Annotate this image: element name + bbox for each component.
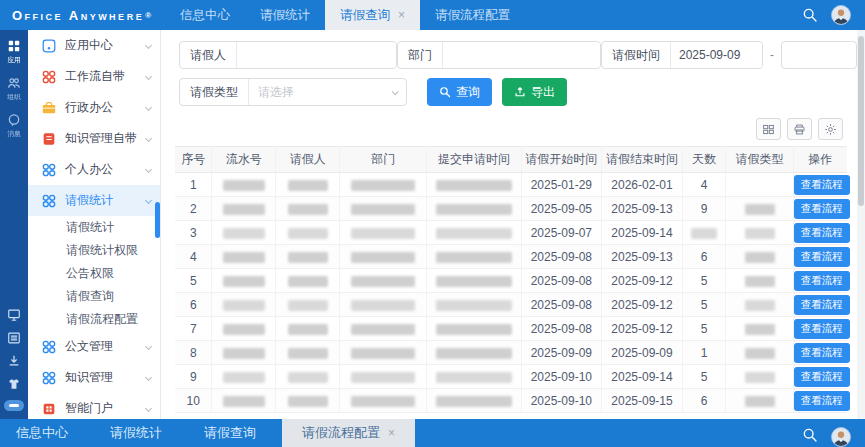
view-flow-button[interactable]: 查看流程: [794, 343, 850, 363]
cell-serial: [212, 365, 276, 389]
search-icon[interactable]: [802, 427, 818, 443]
redacted-value: [745, 276, 775, 287]
server-list-icon[interactable]: [7, 331, 21, 345]
cell-no: 4: [175, 245, 212, 269]
user-avatar[interactable]: [831, 427, 851, 447]
cell-days: [682, 221, 726, 245]
columns-grid-icon[interactable]: [756, 118, 781, 140]
view-flow-button[interactable]: 查看流程: [794, 391, 850, 411]
cell-dept: [340, 173, 427, 197]
leave-records-table: 序号 流水号 请假人 部门 提交申请时间 请假开始时间 请假结束时间 天数 请假…: [175, 146, 847, 413]
cell-end-date: 2025-09-14: [602, 221, 683, 245]
cell-person: [276, 173, 340, 197]
cell-dept: [340, 197, 427, 221]
cell-action: 查看流程: [793, 245, 847, 269]
shirt-icon[interactable]: [7, 377, 21, 391]
department-label: 部门: [398, 42, 442, 68]
redacted-value: [745, 300, 775, 311]
redacted-value: [288, 228, 328, 239]
gear-icon[interactable]: [818, 118, 843, 140]
print-icon[interactable]: [787, 118, 812, 140]
redacted-value: [436, 348, 512, 359]
tab-leave-statistics[interactable]: 请假统计: [245, 0, 325, 30]
redacted-value: [223, 180, 265, 191]
cell-action: 查看流程: [793, 389, 847, 413]
chevron-down-icon: [145, 343, 152, 350]
sidebar-item-workflow[interactable]: 工作流自带: [28, 61, 160, 92]
sidebar-subitem-leave-flow-config[interactable]: 请假流程配置: [28, 308, 160, 331]
bottom-tab-leave-statistics[interactable]: 请假统计: [94, 419, 178, 447]
view-flow-button[interactable]: 查看流程: [794, 319, 850, 339]
tab-message-center[interactable]: 信息中心: [165, 0, 245, 30]
app-logo: Office Anywhere®: [0, 0, 161, 30]
cell-no: 10: [175, 389, 212, 413]
sidebar-item-smart-portal[interactable]: 智能门户: [28, 393, 160, 419]
page-scrollbar-thumb[interactable]: [858, 36, 864, 206]
leave-time-to-input[interactable]: [781, 41, 857, 69]
redacted-value: [351, 204, 415, 215]
export-button[interactable]: 导出: [502, 78, 567, 106]
redacted-value: [351, 348, 415, 359]
user-avatar[interactable]: [831, 5, 851, 25]
bottom-tab-leave-query[interactable]: 请假查询: [188, 419, 272, 447]
redacted-value: [351, 324, 415, 335]
search-button[interactable]: 查询: [427, 78, 492, 106]
redacted-value: [436, 252, 512, 263]
close-icon[interactable]: ×: [388, 427, 395, 439]
view-flow-button[interactable]: 查看流程: [794, 199, 850, 219]
col-header-type: 请假类型: [726, 147, 793, 173]
cell-serial: [212, 269, 276, 293]
view-flow-button[interactable]: 查看流程: [794, 223, 850, 243]
sidebar-subitem-announcement-permission[interactable]: 公告权限: [28, 262, 160, 285]
bottom-tab-leave-flow-config[interactable]: 请假流程配置 ×: [282, 419, 415, 447]
rail-item-apps[interactable]: 应用: [6, 39, 22, 65]
leave-time-from-input[interactable]: [670, 42, 762, 68]
tab-leave-query[interactable]: 请假查询 ×: [325, 0, 420, 30]
redacted-value: [223, 252, 265, 263]
sidebar-scrollbar-thumb[interactable]: [155, 202, 160, 238]
redacted-value: [288, 300, 328, 311]
table-row: 5 2025-09-08 2025-09-12 5 查看流程: [175, 269, 847, 293]
leave-person-input[interactable]: [236, 42, 396, 68]
table-toolbar: [161, 115, 865, 146]
sidebar-item-document-management[interactable]: 公文管理: [28, 331, 160, 362]
sidebar-item-knowledge-management[interactable]: 知识管理: [28, 362, 160, 393]
view-flow-button[interactable]: 查看流程: [794, 247, 850, 267]
main-content: 请假人 部门 请假时间 - 请假类型: [161, 30, 865, 419]
view-flow-button[interactable]: 查看流程: [794, 367, 850, 387]
collapse-toggle[interactable]: [4, 400, 24, 411]
cell-person: [276, 293, 340, 317]
leave-type-select[interactable]: 请选择: [248, 79, 406, 105]
monitor-icon[interactable]: [7, 308, 21, 322]
chevron-down-icon: [145, 166, 152, 173]
chevron-down-icon: [145, 374, 152, 381]
rail-item-organization[interactable]: 组织: [6, 76, 22, 102]
sidebar-subitem-leave-statistics-permission[interactable]: 请假统计权限: [28, 239, 160, 262]
redacted-value: [223, 324, 265, 335]
redacted-value: [288, 204, 328, 215]
close-icon[interactable]: ×: [398, 9, 405, 21]
page-scrollbar[interactable]: [857, 30, 865, 419]
cell-type: [726, 317, 793, 341]
sidebar-item-admin-office[interactable]: 行政办公: [28, 92, 160, 123]
sidebar-item-personal-office[interactable]: 个人办公: [28, 154, 160, 185]
sidebar-subitem-leave-statistics[interactable]: 请假统计: [28, 216, 160, 239]
department-input[interactable]: [442, 42, 600, 68]
sidebar-item-leave-statistics[interactable]: 请假统计: [28, 185, 160, 216]
download-icon[interactable]: [7, 354, 21, 368]
bottom-tab-message-center[interactable]: 信息中心: [0, 419, 84, 447]
icon-rail: 应用 组织 消息: [0, 30, 28, 419]
sidebar-item-knowledge-builtin[interactable]: 知识管理自带: [28, 123, 160, 154]
search-icon[interactable]: [802, 7, 818, 23]
cell-start-date: 2025-09-09: [521, 341, 602, 365]
rail-item-messages[interactable]: 消息: [6, 113, 22, 139]
view-flow-button[interactable]: 查看流程: [794, 295, 850, 315]
redacted-value: [745, 396, 775, 407]
cell-days: 5: [682, 293, 726, 317]
view-flow-button[interactable]: 查看流程: [794, 175, 850, 195]
bottombar-actions: [802, 427, 865, 447]
view-flow-button[interactable]: 查看流程: [794, 271, 850, 291]
sidebar-subitem-leave-query[interactable]: 请假查询: [28, 285, 160, 308]
sidebar-item-app-center[interactable]: 应用中心: [28, 30, 160, 61]
tab-leave-flow-config[interactable]: 请假流程配置: [420, 0, 525, 30]
